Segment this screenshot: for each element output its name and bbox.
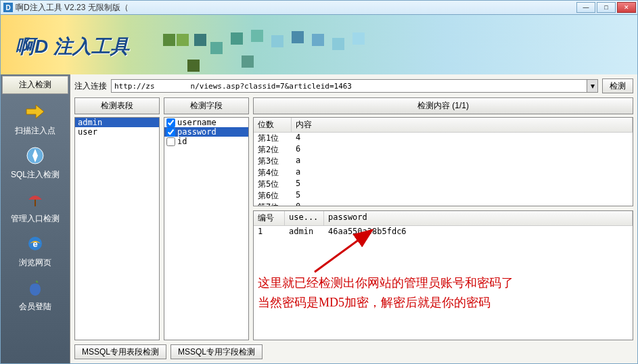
field-checkbox[interactable] [166,118,175,127]
col-val[interactable]: 内容 [292,118,633,132]
maximize-button[interactable]: □ [597,2,616,13]
umbrella-icon [24,189,46,210]
window-title: 啊D注入工具 V2.23 无限制版（ [16,2,576,14]
tables-header: 检测表段 [74,97,160,114]
sidebar-item-login[interactable]: 会员登陆 [1,271,70,315]
url-input[interactable] [111,79,587,93]
sidebar-item-label: SQL注入检测 [1,169,70,181]
table-row[interactable]: user [75,127,159,137]
content-header: 检测内容 (1/1) [253,97,633,114]
title-bar: D 啊D注入工具 V2.23 无限制版（ — □ ✕ [0,0,638,15]
content-row[interactable]: 第4位a [254,167,633,179]
arrow-right-icon [24,101,46,122]
field-label: username [177,118,217,127]
close-button[interactable]: ✕ [617,2,636,13]
url-dropdown-button[interactable]: ▾ [587,79,598,93]
sidebar-item-scan[interactable]: 扫描注入点 [1,95,70,139]
sidebar-item-admin-entry[interactable]: 管理入口检测 [1,183,70,227]
results-rows[interactable]: 1admin46aa550a38b5fdc6 [254,226,633,237]
content-row[interactable]: 第5位5 [254,179,633,190]
ie-icon: e [24,233,46,254]
sidebar-item-label: 浏览网页 [1,257,70,269]
col-id[interactable]: 编号 [254,211,285,225]
content-rows[interactable]: 第1位4第2位6第3位a第4位a第5位5第6位5第7位0第8位a [254,133,633,206]
annotation-text: 这里就已经检测出你网站的管理员账号和密码了 当然密码是MD5加密，解密后就是你的… [258,273,514,313]
field-label: id [177,137,187,146]
content-row[interactable]: 第2位6 [254,144,633,156]
minimize-button[interactable]: — [576,2,595,13]
content-row[interactable]: 第7位0 [254,202,633,206]
content-row[interactable]: 第6位5 [254,190,633,202]
field-row[interactable]: username [164,118,248,127]
app-logo-text: 啊D 注入工具 [16,34,129,60]
col-pass[interactable]: password [324,211,633,225]
fields-header: 检测字段 [164,97,249,114]
results-grid: 编号 use... password 1admin46aa550a38b5fdc… [253,210,633,340]
content-row[interactable]: 第3位a [254,156,633,167]
svg-text:e: e [32,239,37,249]
table-row[interactable]: admin [75,118,159,127]
content-area: 注入连接 ▾ 检测 检测表段 admin user 检测字段 use [70,74,637,363]
url-label: 注入连接 [74,81,107,92]
sidebar-item-sql[interactable]: SQL注入检测 [1,139,70,183]
field-checkbox[interactable] [166,137,175,146]
content-row[interactable]: 第1位4 [254,133,633,144]
tables-list[interactable]: admin user [74,117,160,340]
sidebar-item-browse[interactable]: e 浏览网页 [1,227,70,271]
content-grid: 位数 内容 第1位4第2位6第3位a第4位a第5位5第6位5第7位0第8位a [253,117,633,206]
sidebar-item-label: 管理入口检测 [1,213,70,225]
banner: 啊D 注入工具 [0,15,638,74]
sidebar-item-label: 扫描注入点 [1,125,70,137]
col-pos[interactable]: 位数 [254,118,292,132]
col-user[interactable]: use... [285,211,324,225]
fields-list[interactable]: usernamepasswordid [164,117,249,340]
field-row[interactable]: id [164,137,248,146]
field-row[interactable]: password [164,127,248,137]
chevron-down-icon: ▾ [591,81,595,91]
field-checkbox[interactable] [166,128,175,137]
mssql-field-detect-button[interactable]: MSSQL专用字段检测 [170,344,263,359]
compass-icon [24,145,46,166]
sidebar-item-label: 会员登陆 [1,301,70,313]
detect-button[interactable]: 检测 [602,78,633,93]
result-row[interactable]: 1admin46aa550a38b5fdc6 [254,226,633,237]
field-label: password [177,127,246,137]
sidebar-tab[interactable]: 注入检测 [2,76,68,94]
apple-icon [24,277,46,298]
sidebar: 注入检测 扫描注入点 SQL注入检测 管理入口检测 e 浏览网页 [1,74,70,363]
mssql-table-detect-button[interactable]: MSSQL专用表段检测 [74,344,166,359]
app-icon: D [3,3,13,12]
